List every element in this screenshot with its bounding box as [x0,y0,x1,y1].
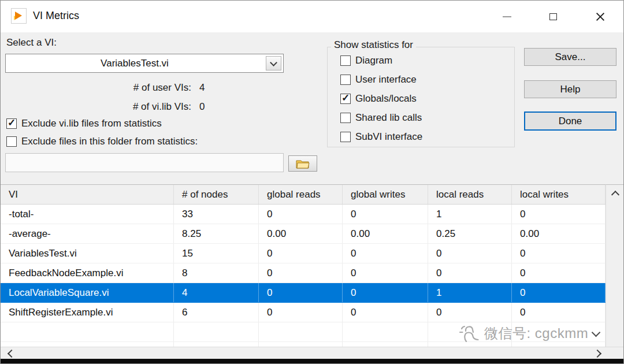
window-title: VI Metrics [33,10,79,22]
vi-dropdown-value: VariablesTest.vi [6,54,263,72]
cell-global-reads: 0 [259,303,343,322]
vi-metrics-window: VI Metrics Select a VI: VariablesTest.vi… [0,0,624,364]
vi-dropdown[interactable]: VariablesTest.vi [5,54,284,73]
open-folder-icon [296,159,310,169]
maximize-icon [549,13,557,20]
cell-nodes: 6 [174,303,259,322]
show-statistics-title: Show statistics for [331,39,416,51]
exclude-folder-checkbox[interactable] [6,136,17,147]
stat-option-globals-locals: Globals/locals [340,93,422,105]
exclude-vilib-row: Exclude vi.lib files from statistics [6,118,162,129]
cell-global-writes: 0 [343,205,428,224]
cell-local-reads: 0 [428,244,512,263]
minimize-button[interactable] [493,1,520,32]
hand-gesture-icon [459,325,480,342]
shared-lib-calls-label: Shared lib calls [355,112,422,124]
table-row-empty[interactable] [1,342,606,347]
horizontal-scrollbar[interactable] [1,347,624,360]
cell-local-writes: 0.00 [512,224,606,243]
show-statistics-group: Show statistics for Diagram User interfa… [327,47,515,147]
chevron-left-icon [8,350,16,358]
table-header: VI # of nodes global reads global writes… [1,185,606,205]
close-icon [595,12,606,22]
cell-global-reads: 0 [259,283,343,302]
scroll-left-button[interactable] [4,347,17,360]
shared-lib-calls-checkbox[interactable] [340,113,351,123]
titlebar: VI Metrics [1,1,623,32]
cell-vi: -average- [1,224,174,243]
cell-local-reads: 1 [428,205,512,224]
table-row-selected[interactable]: LocalVariableSquare.vi 4 0 0 1 0 [1,283,606,303]
cell-nodes: 33 [174,205,259,224]
stat-option-diagram: Diagram [340,55,422,66]
cell-vi: ShiftRegisterExample.vi [1,303,174,322]
table-row[interactable]: ShiftRegisterExample.vi 6 0 0 0 0 [1,303,606,322]
cell-local-writes: 0 [512,263,606,283]
cell-local-writes: 0 [512,303,606,322]
vi-dropdown-arrow-button[interactable] [266,56,281,70]
done-button[interactable]: Done [524,112,616,131]
cell-global-reads: 0 [259,205,343,224]
table-row-total[interactable]: -total- 33 0 0 1 0 [1,205,606,224]
cell-global-writes: 0 [343,244,428,263]
globals-locals-checkbox[interactable] [340,94,351,104]
column-header-global-writes[interactable]: global writes [343,185,428,204]
browse-folder-button[interactable] [288,155,317,172]
exclude-vilib-checkbox[interactable] [6,118,17,129]
cell-global-writes: 0 [343,283,428,302]
maximize-button[interactable] [540,1,566,32]
column-header-vi[interactable]: VI [1,185,174,204]
chevron-up-icon [611,191,619,199]
vilib-vis-label: # of vi.lib VIs: [53,101,191,113]
bottom-bar [1,359,624,363]
cell-vi: FeedbackNodeExample.vi [1,263,174,283]
vertical-scrollbar[interactable] [606,184,624,347]
stat-option-user-interface: User interface [340,74,422,86]
globals-locals-label: Globals/locals [355,93,417,105]
table-row[interactable]: FeedbackNodeExample.vi 8 0 0 0 0 [1,263,606,283]
table-row-average[interactable]: -average- 8.25 0.00 0.00 0.25 0.00 [1,224,606,244]
column-header-nodes[interactable]: # of nodes [174,185,259,204]
cell-global-reads: 0.00 [259,224,343,243]
exclude-folder-row: Exclude files in this folder from statis… [6,136,198,147]
subvi-interface-checkbox[interactable] [340,132,351,142]
cell-nodes: 4 [174,283,259,302]
scroll-right-button[interactable] [592,347,605,360]
cell-local-reads: 0.25 [428,224,512,243]
help-button[interactable]: Help [524,80,616,98]
exclude-folder-label: Exclude files in this folder from statis… [21,136,198,147]
user-interface-checkbox[interactable] [340,75,351,85]
cell-nodes: 15 [174,244,259,263]
subvi-interface-label: SubVI interface [355,131,422,143]
table-row[interactable]: VariablesTest.vi 15 0 0 0 0 [1,244,606,263]
cell-nodes: 8 [174,263,259,283]
diagram-checkbox[interactable] [340,55,351,66]
watermark-text: 微信号: cgckmm [484,324,588,343]
cell-global-writes: 0 [343,263,428,283]
close-button[interactable] [586,1,615,32]
cell-global-writes: 0 [343,303,428,322]
select-vi-label: Select a VI: [6,37,57,49]
folder-path-input[interactable] [5,153,284,172]
vi-metrics-table: VI # of nodes global reads global writes… [1,184,606,347]
scroll-up-button[interactable] [606,187,624,200]
user-vis-label: # of user VIs: [53,82,191,94]
cell-global-reads: 0 [259,244,343,263]
column-header-global-reads[interactable]: global reads [259,185,343,204]
vilib-vis-value: 0 [199,101,205,113]
cell-vi: -total- [1,205,174,224]
chevron-down-icon [270,59,277,66]
cell-local-writes: 0 [512,205,606,224]
user-interface-label: User interface [355,74,417,86]
stat-option-subvi-interface: SubVI interface [340,131,422,143]
cell-local-reads: 1 [428,283,512,302]
cell-vi: LocalVariableSquare.vi [1,283,174,302]
exclude-vilib-label: Exclude vi.lib files from statistics [21,118,162,129]
column-header-local-reads[interactable]: local reads [428,185,512,204]
save-button[interactable]: Save... [524,48,616,66]
cell-global-reads: 0 [259,263,343,283]
cell-local-writes: 0 [512,283,606,302]
column-header-local-writes[interactable]: local writes [512,185,606,204]
user-vis-value: 4 [199,82,205,94]
cell-vi: VariablesTest.vi [1,244,174,263]
